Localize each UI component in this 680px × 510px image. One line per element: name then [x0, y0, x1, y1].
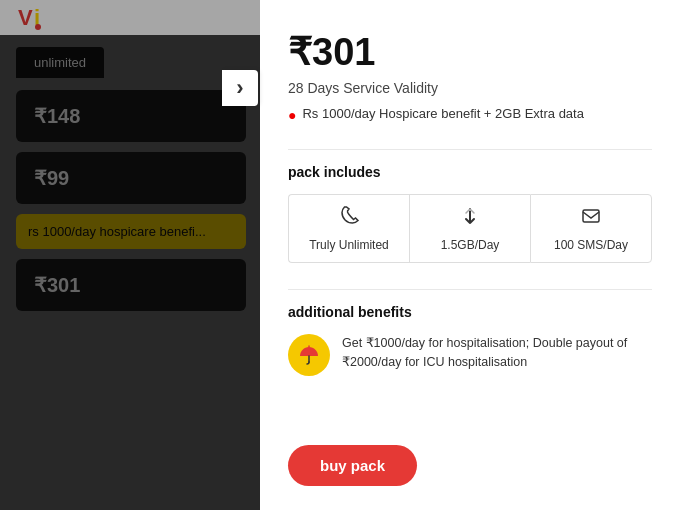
modal-panel: ₹301 28 Days Service Validity ● Rs 1000/…	[260, 0, 680, 510]
additional-benefits-section: additional benefits Get ₹1000/day for ho…	[288, 304, 652, 376]
divider-1	[288, 149, 652, 150]
modal-price: ₹301	[288, 30, 652, 74]
modal-validity: 28 Days Service Validity	[288, 80, 652, 96]
modal-close-button[interactable]: ›	[222, 70, 258, 106]
benefit-card: Get ₹1000/day for hospitalisation; Doubl…	[288, 334, 652, 376]
modal-benefit-row: ● Rs 1000/day Hospicare benefit + 2GB Ex…	[288, 106, 652, 123]
pack-item-data: 1.5GB/Day	[409, 194, 530, 263]
pack-item-calls-label: Truly Unlimited	[309, 238, 389, 252]
data-icon	[459, 205, 481, 232]
benefit-dot-icon: ●	[288, 107, 296, 123]
additional-benefit-text: Get ₹1000/day for hospitalisation; Doubl…	[342, 334, 652, 372]
divider-2	[288, 289, 652, 290]
sms-icon	[580, 205, 602, 232]
additional-benefits-label: additional benefits	[288, 304, 652, 320]
hospicare-icon-circle	[288, 334, 330, 376]
buy-pack-button[interactable]: buy pack	[288, 445, 417, 486]
svg-rect-3	[583, 210, 599, 222]
pack-item-calls: Truly Unlimited	[288, 194, 409, 263]
pack-item-sms-label: 100 SMS/Day	[554, 238, 628, 252]
pack-includes-grid: Truly Unlimited 1.5GB/Day 100 SMS/Day	[288, 194, 652, 263]
pack-item-data-label: 1.5GB/Day	[441, 238, 500, 252]
pack-includes-label: pack includes	[288, 164, 652, 180]
benefit-highlight-text: Rs 1000/day Hospicare benefit + 2GB Extr…	[302, 106, 583, 121]
pack-item-sms: 100 SMS/Day	[530, 194, 652, 263]
calls-icon	[338, 205, 360, 232]
